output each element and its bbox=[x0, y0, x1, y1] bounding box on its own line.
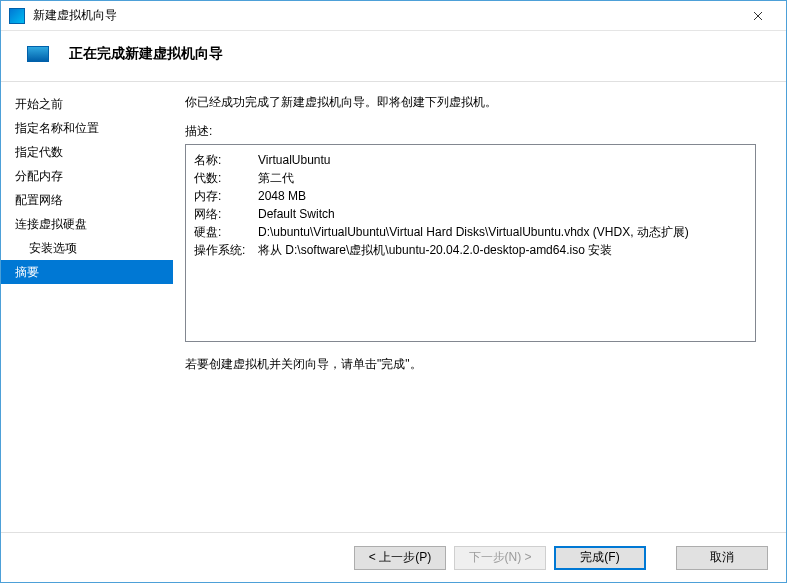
summary-value: 第二代 bbox=[258, 169, 294, 187]
finish-button[interactable]: 完成(F) bbox=[554, 546, 646, 570]
summary-key: 内存: bbox=[194, 187, 258, 205]
app-icon bbox=[9, 8, 25, 24]
summary-key: 代数: bbox=[194, 169, 258, 187]
window-title: 新建虚拟机向导 bbox=[33, 7, 738, 24]
cancel-button[interactable]: 取消 bbox=[676, 546, 768, 570]
nav-step-4[interactable]: 配置网络 bbox=[1, 188, 173, 212]
nav-step-5[interactable]: 连接虚拟硬盘 bbox=[1, 212, 173, 236]
next-button: 下一步(N) > bbox=[454, 546, 546, 570]
close-icon[interactable] bbox=[738, 2, 778, 30]
monitor-icon bbox=[27, 46, 49, 62]
wizard-steps: 开始之前指定名称和位置指定代数分配内存配置网络连接虚拟硬盘安装选项摘要 bbox=[1, 82, 173, 532]
summary-value: 2048 MB bbox=[258, 187, 306, 205]
wizard-header: 正在完成新建虚拟机向导 bbox=[1, 31, 786, 82]
hint-text: 若要创建虚拟机并关闭向导，请单击"完成"。 bbox=[185, 356, 756, 373]
summary-key: 硬盘: bbox=[194, 223, 258, 241]
intro-text: 你已经成功完成了新建虚拟机向导。即将创建下列虚拟机。 bbox=[185, 94, 756, 111]
wizard-window: 新建虚拟机向导 正在完成新建虚拟机向导 开始之前指定名称和位置指定代数分配内存配… bbox=[0, 0, 787, 583]
content-pane: 你已经成功完成了新建虚拟机向导。即将创建下列虚拟机。 描述: 名称:Virtua… bbox=[173, 82, 786, 532]
summary-box: 名称:VirtualUbuntu代数:第二代内存:2048 MB网络:Defau… bbox=[185, 144, 756, 342]
nav-step-2[interactable]: 指定代数 bbox=[1, 140, 173, 164]
nav-step-7[interactable]: 摘要 bbox=[1, 260, 173, 284]
titlebar: 新建虚拟机向导 bbox=[1, 1, 786, 31]
summary-key: 名称: bbox=[194, 151, 258, 169]
summary-value: VirtualUbuntu bbox=[258, 151, 331, 169]
summary-value: 将从 D:\software\虚拟机\ubuntu-20.04.2.0-desk… bbox=[258, 241, 612, 259]
page-title: 正在完成新建虚拟机向导 bbox=[69, 45, 223, 63]
summary-row: 硬盘:D:\ubuntu\VirtualUbuntu\Virtual Hard … bbox=[194, 223, 747, 241]
wizard-body: 开始之前指定名称和位置指定代数分配内存配置网络连接虚拟硬盘安装选项摘要 你已经成… bbox=[1, 82, 786, 532]
summary-row: 名称:VirtualUbuntu bbox=[194, 151, 747, 169]
summary-value: D:\ubuntu\VirtualUbuntu\Virtual Hard Dis… bbox=[258, 223, 689, 241]
nav-step-3[interactable]: 分配内存 bbox=[1, 164, 173, 188]
summary-row: 代数:第二代 bbox=[194, 169, 747, 187]
wizard-footer: < 上一步(P) 下一步(N) > 完成(F) 取消 bbox=[1, 532, 786, 582]
description-label: 描述: bbox=[185, 123, 756, 140]
previous-button[interactable]: < 上一步(P) bbox=[354, 546, 446, 570]
nav-step-0[interactable]: 开始之前 bbox=[1, 92, 173, 116]
nav-step-1[interactable]: 指定名称和位置 bbox=[1, 116, 173, 140]
summary-value: Default Switch bbox=[258, 205, 335, 223]
summary-row: 内存:2048 MB bbox=[194, 187, 747, 205]
summary-key: 操作系统: bbox=[194, 241, 258, 259]
nav-step-6[interactable]: 安装选项 bbox=[1, 236, 173, 260]
summary-key: 网络: bbox=[194, 205, 258, 223]
summary-row: 操作系统:将从 D:\software\虚拟机\ubuntu-20.04.2.0… bbox=[194, 241, 747, 259]
summary-row: 网络:Default Switch bbox=[194, 205, 747, 223]
